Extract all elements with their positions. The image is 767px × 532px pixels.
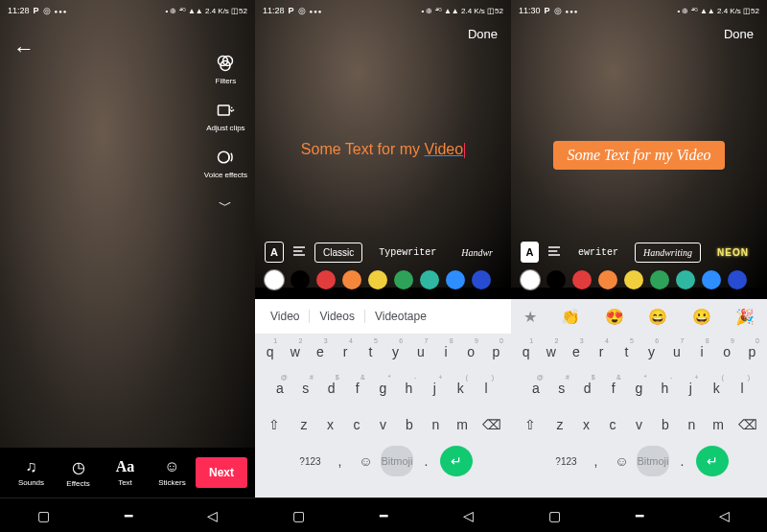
color-swatch[interactable] — [446, 270, 465, 289]
font-typewriter-cut[interactable]: ewriter — [569, 243, 627, 263]
color-swatch[interactable] — [572, 270, 592, 289]
key[interactable]: 5t — [360, 336, 382, 367]
color-swatch[interactable] — [624, 270, 643, 289]
emoji-suggestion[interactable]: ★ — [523, 308, 537, 326]
suggestion[interactable]: Videotape — [365, 310, 436, 323]
key[interactable]: )l — [475, 373, 498, 404]
key[interactable]: 9o — [716, 336, 738, 367]
key[interactable]: &f — [346, 373, 369, 404]
align-button[interactable] — [291, 243, 307, 262]
key[interactable]: +j — [679, 373, 702, 404]
key-emoji[interactable]: ☺ — [353, 446, 378, 476]
done-button[interactable]: Done — [724, 27, 754, 41]
stickers-button[interactable]: ☺ Stickers — [149, 458, 196, 487]
key[interactable]: z — [548, 409, 571, 440]
key[interactable]: 9o — [460, 336, 482, 367]
emoji-suggestion[interactable]: 👏 — [561, 308, 580, 326]
key[interactable]: 7u — [409, 336, 431, 367]
color-swatch[interactable] — [342, 270, 361, 289]
color-swatch[interactable] — [598, 270, 617, 289]
nav-recent[interactable]: ▢ — [292, 508, 305, 523]
key[interactable]: x — [318, 409, 341, 440]
next-button[interactable]: Next — [196, 457, 247, 488]
color-swatch[interactable] — [728, 270, 747, 289]
key[interactable]: 7u — [665, 336, 687, 367]
sounds-button[interactable]: ♫ Sounds — [8, 458, 55, 487]
key[interactable]: 0p — [485, 336, 507, 367]
key[interactable]: x — [574, 409, 597, 440]
suggestion[interactable]: Videos — [310, 310, 364, 323]
nav-home[interactable]: ━ — [125, 508, 132, 523]
voice-effects-button[interactable]: Voice effects — [204, 147, 247, 179]
key[interactable]: 6y — [384, 336, 407, 367]
key[interactable]: #s — [550, 373, 573, 404]
key[interactable]: v — [627, 409, 650, 440]
key[interactable]: -h — [653, 373, 676, 404]
key[interactable]: 4r — [335, 336, 357, 367]
nav-home[interactable]: ━ — [636, 508, 643, 523]
text-button[interactable]: Aa Text — [102, 458, 149, 487]
key[interactable]: b — [398, 409, 421, 440]
font-handwriting[interactable]: Handwriting — [635, 243, 701, 263]
nav-back[interactable]: ◁ — [463, 508, 474, 523]
key[interactable]: 8i — [690, 336, 712, 367]
key[interactable]: @a — [524, 373, 547, 404]
text-style-toggle[interactable]: A — [521, 242, 539, 263]
nav-recent[interactable]: ▢ — [37, 508, 50, 523]
expand-tools-button[interactable]: ﹀ — [219, 197, 232, 215]
emoji-suggestion[interactable]: 😄 — [648, 308, 667, 326]
key[interactable]: n — [424, 409, 447, 440]
text-style-toggle[interactable]: A — [265, 242, 284, 263]
color-swatch[interactable] — [676, 270, 695, 289]
key-emoji[interactable]: ☺ — [609, 446, 634, 476]
key-backspace[interactable]: ⌫ — [476, 409, 507, 440]
text-overlay[interactable]: Some Text for my Video — [255, 141, 511, 158]
key[interactable]: $d — [320, 373, 343, 404]
key[interactable]: )l — [731, 373, 754, 404]
key[interactable]: &f — [602, 373, 625, 404]
nav-back[interactable]: ◁ — [207, 508, 218, 523]
key[interactable]: 2w — [540, 336, 562, 367]
font-handwriting[interactable]: Handwr — [453, 243, 501, 263]
nav-home[interactable]: ━ — [380, 508, 387, 523]
text-overlay[interactable]: Some Text for my Video — [511, 141, 767, 170]
key[interactable]: 5t — [616, 336, 638, 367]
effects-button[interactable]: ◷ Effects — [55, 458, 102, 488]
key-symbols[interactable]: ?123 — [293, 446, 326, 476]
key[interactable]: b — [654, 409, 677, 440]
key[interactable]: +j — [423, 373, 446, 404]
key-space[interactable]: Bitmoji — [381, 446, 412, 476]
color-swatch[interactable] — [394, 270, 413, 289]
font-neon[interactable]: NEON — [709, 243, 757, 263]
key[interactable]: (k — [705, 373, 728, 404]
color-swatch[interactable] — [650, 270, 669, 289]
color-swatch[interactable] — [291, 270, 310, 289]
key-shift[interactable]: ⇧ — [515, 409, 546, 440]
font-classic[interactable]: Classic — [314, 243, 362, 263]
key[interactable]: z — [292, 409, 315, 440]
key-enter[interactable]: ↵ — [440, 446, 473, 476]
suggestion[interactable]: Video — [261, 310, 310, 323]
key[interactable]: 0p — [741, 336, 763, 367]
key[interactable]: 1q — [259, 336, 281, 367]
key[interactable]: 4r — [591, 336, 613, 367]
key-shift[interactable]: ⇧ — [259, 409, 290, 440]
emoji-suggestion[interactable]: 😍 — [605, 308, 624, 326]
key-symbols[interactable]: ?123 — [549, 446, 582, 476]
key[interactable]: 1q — [515, 336, 537, 367]
key[interactable]: m — [451, 409, 474, 440]
back-button[interactable]: ← — [13, 36, 35, 61]
key[interactable]: $d — [576, 373, 599, 404]
key[interactable]: c — [601, 409, 624, 440]
key-comma[interactable]: , — [585, 446, 606, 476]
key[interactable]: c — [345, 409, 368, 440]
color-swatch[interactable] — [368, 270, 387, 289]
done-button[interactable]: Done — [468, 27, 498, 41]
color-swatch[interactable] — [521, 270, 540, 289]
key[interactable]: 3e — [309, 336, 331, 367]
color-swatch[interactable] — [420, 270, 439, 289]
key-period[interactable]: . — [672, 446, 693, 476]
color-swatch[interactable] — [472, 270, 491, 289]
key[interactable]: #s — [294, 373, 317, 404]
color-swatch[interactable] — [702, 270, 721, 289]
